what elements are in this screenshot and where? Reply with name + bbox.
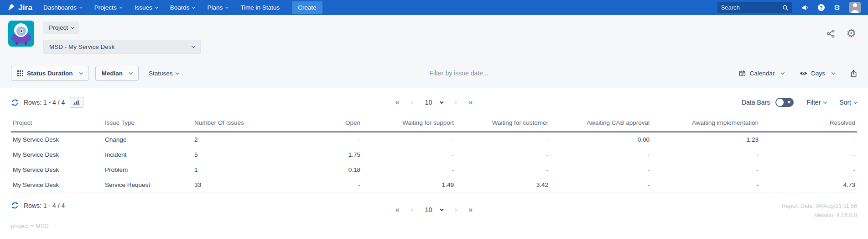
- chevron-down-icon: [854, 100, 858, 103]
- table-cell: 2: [192, 132, 275, 147]
- table-cell: My Service Desk: [11, 162, 103, 177]
- metric-label: Median: [102, 70, 123, 77]
- navbar-left: Jira DashboardsProjectsIssuesBoardsPlans…: [7, 1, 322, 14]
- rows-cluster-bottom: Rows: 1 - 4 / 4: [11, 202, 65, 209]
- statuses-label: Statuses: [149, 70, 173, 77]
- column-header[interactable]: Waiting for customer: [456, 116, 550, 132]
- calendar-dropdown[interactable]: Calendar: [739, 70, 784, 77]
- toolbar-right: Calendar Days: [739, 69, 857, 77]
- sort-label: Sort: [839, 99, 851, 106]
- chevron-down-icon: [155, 5, 158, 8]
- issue-date-filter-input[interactable]: [363, 69, 555, 77]
- nav-item-issues[interactable]: Issues: [135, 4, 158, 11]
- column-header[interactable]: Waiting for support: [362, 116, 456, 132]
- table-cell: 4.73: [760, 177, 857, 192]
- last-page-button[interactable]: »: [468, 98, 473, 106]
- search-icon: [782, 5, 789, 11]
- chevron-down-icon: [120, 5, 123, 8]
- page-size-select[interactable]: 10: [425, 99, 443, 106]
- prev-page-button[interactable]: ‹: [411, 98, 414, 107]
- prev-page-button[interactable]: ‹: [411, 205, 414, 214]
- table-row: My Service DeskProblem10.18-----: [11, 162, 857, 177]
- data-bars-label: Data Bars: [742, 99, 770, 106]
- create-button[interactable]: Create: [292, 1, 322, 14]
- table-cell: 1.23: [651, 132, 760, 147]
- chart-view-button[interactable]: [70, 97, 83, 108]
- search-input[interactable]: [721, 4, 782, 11]
- export-icon[interactable]: [850, 69, 857, 77]
- statuses-dropdown[interactable]: Statuses: [149, 70, 179, 77]
- column-header[interactable]: Project: [11, 116, 103, 132]
- scope-dropdown-button[interactable]: Project: [43, 21, 79, 34]
- rows-cluster: Rows: 1 - 4 / 4: [11, 97, 83, 108]
- filter-dropdown[interactable]: Filter: [806, 99, 826, 106]
- report-type-button[interactable]: Status Duration: [11, 66, 89, 81]
- table-header-row: ProjectIssue TypeNumber Of IssuesOpenWai…: [11, 116, 857, 132]
- cross-icon: ✕: [787, 100, 791, 105]
- refresh-icon[interactable]: [11, 99, 19, 106]
- last-page-button[interactable]: »: [468, 206, 473, 214]
- user-avatar[interactable]: [849, 2, 861, 13]
- column-header[interactable]: Awaiting CAB approval: [550, 116, 651, 132]
- table-cell: 1.49: [362, 177, 456, 192]
- project-avatar[interactable]: [8, 21, 34, 47]
- page-size-value: 10: [425, 206, 432, 213]
- share-icon[interactable]: [826, 29, 835, 38]
- megaphone-icon[interactable]: [801, 4, 809, 11]
- grid-icon: [17, 70, 23, 76]
- report-date: Report Date: 04/Aug/21 11:56: [782, 202, 857, 211]
- status-duration-table: ProjectIssue TypeNumber Of IssuesOpenWai…: [11, 116, 857, 192]
- chevron-down-icon: [79, 5, 83, 8]
- column-header[interactable]: Awaiting implementation: [651, 116, 760, 132]
- eye-icon: [800, 70, 807, 76]
- jira-logo-text: Jira: [18, 3, 32, 12]
- chevron-down-icon: [781, 70, 785, 74]
- table-row: My Service DeskIncident51.75-----: [11, 147, 857, 162]
- navbar-menu: DashboardsProjectsIssuesBoardsPlansTime …: [43, 4, 292, 11]
- project-select[interactable]: MSD - My Service Desk: [43, 40, 201, 54]
- column-header[interactable]: Open: [275, 116, 362, 132]
- chevron-down-icon: [440, 100, 443, 104]
- table-cell: -: [651, 162, 760, 177]
- chevron-down-icon: [71, 25, 74, 29]
- table-cell: -: [651, 177, 760, 192]
- first-page-button[interactable]: «: [395, 206, 400, 214]
- settings-gear-icon[interactable]: ⚙: [846, 28, 856, 39]
- nav-item-time-in-status[interactable]: Time in Status: [240, 4, 280, 11]
- table-cell: 1: [192, 162, 275, 177]
- column-header[interactable]: Resolved: [760, 116, 857, 132]
- date-filter-wrap: [179, 69, 739, 77]
- project-select-value: MSD - My Service Desk: [49, 43, 114, 50]
- page-size-select[interactable]: 10: [425, 206, 443, 213]
- unit-dropdown[interactable]: Days: [800, 70, 835, 77]
- refresh-icon[interactable]: [11, 202, 19, 209]
- nav-item-boards[interactable]: Boards: [170, 4, 195, 11]
- next-page-button[interactable]: ›: [455, 205, 457, 214]
- top-navbar: Jira DashboardsProjectsIssuesBoardsPlans…: [0, 0, 868, 15]
- nav-item-dashboards[interactable]: Dashboards: [43, 4, 82, 11]
- table-cell: 0.18: [275, 162, 362, 177]
- nav-item-projects[interactable]: Projects: [94, 4, 122, 11]
- pagination-top: « ‹ 10 › »: [395, 98, 473, 107]
- data-bars-toggle[interactable]: ✕: [775, 98, 794, 107]
- table-cell: -: [362, 147, 456, 162]
- column-header[interactable]: Number Of Issues: [192, 116, 275, 132]
- filter-label: Filter: [806, 99, 821, 106]
- chevron-down-icon: [192, 5, 195, 8]
- help-icon[interactable]: ?: [818, 4, 825, 11]
- search-box[interactable]: [717, 2, 792, 13]
- next-page-button[interactable]: ›: [455, 98, 457, 107]
- table-cell: -: [760, 147, 857, 162]
- jira-logo[interactable]: Jira: [7, 3, 32, 12]
- calendar-label: Calendar: [749, 70, 774, 77]
- gear-icon[interactable]: ⚙: [834, 4, 840, 11]
- table-cell: -: [275, 177, 362, 192]
- table-cell: My Service Desk: [11, 177, 103, 192]
- sort-dropdown[interactable]: Sort: [839, 99, 857, 106]
- nav-item-plans[interactable]: Plans: [207, 4, 228, 11]
- column-header[interactable]: Issue Type: [103, 116, 192, 132]
- first-page-button[interactable]: «: [395, 98, 400, 106]
- upper-section: Project MSD - My Service Desk ⚙ S: [0, 15, 868, 88]
- table-cell: 3.42: [456, 177, 550, 192]
- metric-button[interactable]: Median: [95, 66, 139, 81]
